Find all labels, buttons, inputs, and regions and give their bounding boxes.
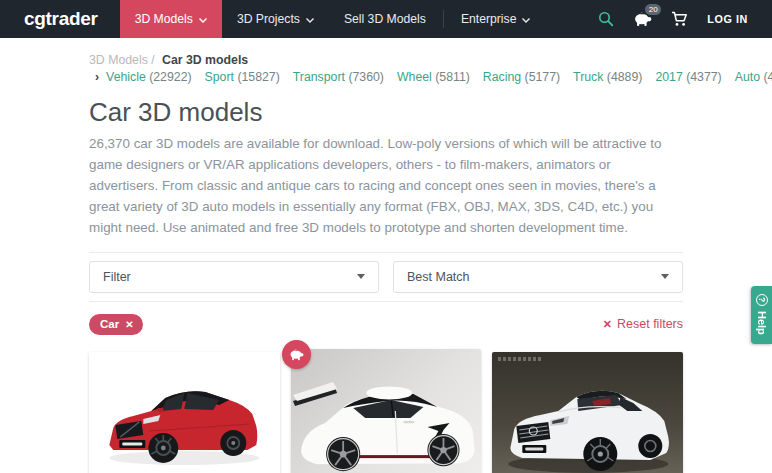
- nav-enterprise[interactable]: Enterprise: [446, 0, 546, 38]
- notifications-badge: 20: [645, 4, 661, 15]
- product-image-red-sedan: [89, 352, 280, 473]
- product-card[interactable]: $20.00: [291, 349, 482, 473]
- category-link-transport[interactable]: Transport (7360): [293, 70, 384, 84]
- filter-chip-car[interactable]: Car ✕: [89, 314, 143, 335]
- breadcrumb-separator: /: [151, 53, 154, 67]
- category-link-vehicle[interactable]: Vehicle (22922): [106, 70, 191, 84]
- sort-dropdown[interactable]: Best Match: [393, 261, 683, 293]
- chevron-down-icon: [199, 12, 207, 26]
- breadcrumb-current: Car 3D models: [162, 53, 248, 67]
- main-nav: 3D Models 3D Projects Sell 3D Models Ent…: [120, 0, 546, 38]
- sale-badge[interactable]: [282, 340, 311, 369]
- help-label: Help: [756, 311, 768, 335]
- piggy-bank-icon: [289, 348, 304, 361]
- category-link-racing[interactable]: Racing (5177): [483, 70, 560, 84]
- page-description: 26,370 car 3D models are available for d…: [89, 134, 683, 239]
- reset-filters-button[interactable]: ✕ Reset filters: [603, 317, 683, 331]
- chevron-down-icon: [522, 12, 530, 26]
- breadcrumb-root[interactable]: 3D Models: [89, 53, 148, 67]
- cart-icon[interactable]: [671, 11, 688, 27]
- search-icon[interactable]: [598, 11, 614, 27]
- category-link-wheel[interactable]: Wheel (5811): [397, 70, 470, 84]
- dropdown-arrow-icon: [661, 274, 669, 279]
- question-circle-icon: ?: [756, 294, 768, 306]
- category-link-sport[interactable]: Sport (15827): [205, 70, 280, 84]
- close-icon[interactable]: ✕: [125, 319, 133, 330]
- main-content: 3D Models / Car 3D models ›Vehicle (2292…: [89, 52, 683, 473]
- nav-sell-3d-models[interactable]: Sell 3D Models: [329, 0, 441, 38]
- close-icon: ✕: [603, 318, 612, 331]
- dropdown-arrow-icon: [357, 274, 365, 279]
- category-link-auto[interactable]: Auto (4060): [735, 70, 772, 84]
- page-title: Car 3D models: [89, 97, 683, 128]
- breadcrumb-chevron: ›: [95, 70, 99, 84]
- category-link-2017[interactable]: 2017 (4377): [655, 70, 721, 84]
- category-link-truck[interactable]: Truck (4889): [573, 70, 642, 84]
- login-button[interactable]: LOG IN: [707, 13, 748, 25]
- product-card[interactable]: $249.00: [492, 352, 683, 473]
- product-grid: $129.00: [89, 352, 683, 473]
- piggy-bank-icon[interactable]: 20: [633, 11, 652, 27]
- help-tab[interactable]: ? Help: [751, 286, 772, 344]
- header-actions: 20 LOG IN: [598, 0, 772, 38]
- chevron-down-icon: [306, 12, 314, 26]
- product-card[interactable]: $129.00: [89, 352, 280, 473]
- filter-bar: Filter Best Match: [89, 252, 683, 302]
- breadcrumb: 3D Models / Car 3D models ›Vehicle (2292…: [89, 52, 683, 86]
- filter-dropdown[interactable]: Filter: [89, 261, 379, 293]
- active-filters-row: Car ✕ ✕ Reset filters: [89, 314, 683, 335]
- nav-3d-models[interactable]: 3D Models: [120, 0, 222, 38]
- product-image-white-coupe: [492, 352, 683, 473]
- nav-divider: [443, 10, 444, 28]
- nav-3d-projects[interactable]: 3D Projects: [222, 0, 329, 38]
- watermark: [498, 357, 542, 361]
- logo[interactable]: cgtrader: [0, 0, 120, 38]
- product-image-white-sports-car: [291, 349, 482, 473]
- top-navbar: cgtrader 3D Models 3D Projects Sell 3D M…: [0, 0, 772, 38]
